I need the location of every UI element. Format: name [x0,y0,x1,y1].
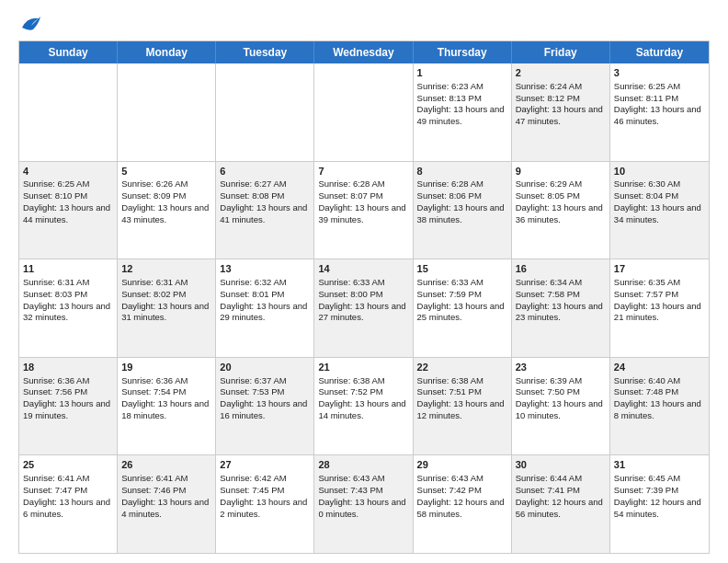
calendar-row-3: 11Sunrise: 6:31 AMSunset: 8:03 PMDayligh… [19,259,709,357]
day-info-line: Sunset: 7:47 PM [23,485,113,497]
day-number: 8 [417,165,507,178]
calendar-cell: 23Sunrise: 6:39 AMSunset: 7:50 PMDayligh… [512,358,610,455]
day-info-line: Daylight: 13 hours and 38 minutes. [417,202,507,226]
day-info-line: Daylight: 13 hours and 21 minutes. [614,301,705,325]
day-info-line: Sunrise: 6:29 AM [516,178,606,190]
day-number: 17 [614,262,705,276]
day-number: 10 [614,165,705,178]
day-info-line: Sunset: 7:58 PM [516,289,606,301]
header-day-sunday: Sunday [19,41,118,63]
day-info-line: Daylight: 13 hours and 10 minutes. [516,398,606,422]
header-day-saturday: Saturday [610,41,709,63]
day-number: 7 [318,165,408,178]
day-info-line: Sunset: 7:59 PM [417,289,507,301]
calendar-cell [216,63,314,161]
day-info-line: Sunset: 7:53 PM [220,386,310,398]
day-number: 26 [121,458,211,472]
day-info-line: Sunrise: 6:24 AM [516,81,606,93]
day-info-line: Sunrise: 6:36 AM [121,375,211,387]
day-info-line: Sunrise: 6:41 AM [121,473,211,485]
calendar-header: SundayMondayTuesdayWednesdayThursdayFrid… [19,41,709,63]
day-info-line: Sunrise: 6:23 AM [417,81,507,93]
calendar-cell: 11Sunrise: 6:31 AMSunset: 8:03 PMDayligh… [19,259,118,357]
header-day-wednesday: Wednesday [314,41,413,63]
calendar-cell: 20Sunrise: 6:37 AMSunset: 7:53 PMDayligh… [216,358,314,455]
day-info-line: Sunset: 8:07 PM [318,190,408,202]
day-number: 19 [121,361,211,374]
day-info-line: Sunrise: 6:43 AM [417,473,507,485]
day-number: 9 [516,165,606,178]
day-info-line: Sunset: 7:48 PM [614,386,705,398]
calendar-cell: 3Sunrise: 6:25 AMSunset: 8:11 PMDaylight… [610,63,709,161]
day-number: 6 [220,165,310,178]
day-info-line: Sunrise: 6:26 AM [121,178,211,190]
calendar-cell: 16Sunrise: 6:34 AMSunset: 7:58 PMDayligh… [512,259,610,357]
day-info-line: Daylight: 13 hours and 36 minutes. [516,202,606,226]
calendar-cell: 4Sunrise: 6:25 AMSunset: 8:10 PMDaylight… [19,162,118,259]
header-day-friday: Friday [512,41,610,63]
day-info-line: Sunrise: 6:28 AM [417,178,507,190]
day-number: 13 [220,262,310,276]
day-info-line: Daylight: 13 hours and 14 minutes. [318,398,408,422]
calendar-cell: 7Sunrise: 6:28 AMSunset: 8:07 PMDaylight… [314,162,413,259]
day-info-line: Sunrise: 6:36 AM [23,375,113,387]
day-info-line: Daylight: 13 hours and 49 minutes. [417,104,507,128]
day-info-line: Sunrise: 6:41 AM [23,473,113,485]
day-info-line: Daylight: 13 hours and 19 minutes. [23,398,113,422]
day-info-line: Daylight: 13 hours and 39 minutes. [318,202,408,226]
calendar-cell: 29Sunrise: 6:43 AMSunset: 7:42 PMDayligh… [414,455,512,553]
header [18,15,710,31]
day-number: 14 [318,262,408,276]
day-info-line: Daylight: 12 hours and 56 minutes. [516,497,606,521]
day-info-line: Sunrise: 6:32 AM [220,277,310,289]
day-info-line: Sunset: 8:13 PM [417,93,507,105]
day-info-line: Sunset: 7:43 PM [318,485,408,497]
day-info-line: Daylight: 13 hours and 27 minutes. [318,301,408,325]
day-number: 5 [121,165,211,178]
day-number: 11 [23,262,113,276]
day-info-line: Sunrise: 6:27 AM [220,178,310,190]
day-info-line: Sunset: 8:03 PM [23,289,113,301]
day-info-line: Sunset: 7:51 PM [417,386,507,398]
day-info-line: Sunset: 8:08 PM [220,190,310,202]
day-info-line: Sunrise: 6:31 AM [121,277,211,289]
day-number: 15 [417,262,507,276]
day-info-line: Sunset: 7:45 PM [220,485,310,497]
day-info-line: Daylight: 13 hours and 34 minutes. [614,202,705,226]
day-info-line: Sunrise: 6:25 AM [614,81,705,93]
day-number: 29 [417,458,507,472]
calendar-cell: 1Sunrise: 6:23 AMSunset: 8:13 PMDaylight… [414,63,512,161]
calendar-cell: 28Sunrise: 6:43 AMSunset: 7:43 PMDayligh… [314,455,413,553]
day-info-line: Daylight: 13 hours and 25 minutes. [417,301,507,325]
day-info-line: Sunrise: 6:42 AM [220,473,310,485]
calendar-body: 1Sunrise: 6:23 AMSunset: 8:13 PMDaylight… [19,63,709,553]
calendar-cell: 26Sunrise: 6:41 AMSunset: 7:46 PMDayligh… [118,455,216,553]
day-number: 24 [614,361,705,374]
day-info-line: Sunset: 7:56 PM [23,386,113,398]
day-info-line: Daylight: 13 hours and 43 minutes. [121,202,211,226]
calendar-cell: 17Sunrise: 6:35 AMSunset: 7:57 PMDayligh… [610,259,709,357]
day-number: 16 [516,262,606,276]
calendar-cell: 18Sunrise: 6:36 AMSunset: 7:56 PMDayligh… [19,358,118,455]
calendar-cell: 21Sunrise: 6:38 AMSunset: 7:52 PMDayligh… [314,358,413,455]
calendar-cell: 8Sunrise: 6:28 AMSunset: 8:06 PMDaylight… [414,162,512,259]
calendar-cell: 5Sunrise: 6:26 AMSunset: 8:09 PMDaylight… [118,162,216,259]
logo-bird-icon [20,15,40,31]
calendar-cell: 9Sunrise: 6:29 AMSunset: 8:05 PMDaylight… [512,162,610,259]
calendar-row-5: 25Sunrise: 6:41 AMSunset: 7:47 PMDayligh… [19,454,709,553]
day-info-line: Sunset: 8:10 PM [23,190,113,202]
day-number: 21 [318,361,408,374]
day-info-line: Daylight: 13 hours and 4 minutes. [121,497,211,521]
day-info-line: Sunset: 8:01 PM [220,289,310,301]
day-number: 1 [417,66,507,80]
calendar-cell: 12Sunrise: 6:31 AMSunset: 8:02 PMDayligh… [118,259,216,357]
day-info-line: Sunrise: 6:45 AM [614,473,705,485]
day-info-line: Sunrise: 6:37 AM [220,375,310,387]
calendar-cell: 6Sunrise: 6:27 AMSunset: 8:08 PMDaylight… [216,162,314,259]
day-info-line: Sunrise: 6:34 AM [516,277,606,289]
day-number: 27 [220,458,310,472]
day-info-line: Sunset: 7:54 PM [121,386,211,398]
calendar-cell: 19Sunrise: 6:36 AMSunset: 7:54 PMDayligh… [118,358,216,455]
day-number: 20 [220,361,310,374]
header-day-tuesday: Tuesday [216,41,314,63]
